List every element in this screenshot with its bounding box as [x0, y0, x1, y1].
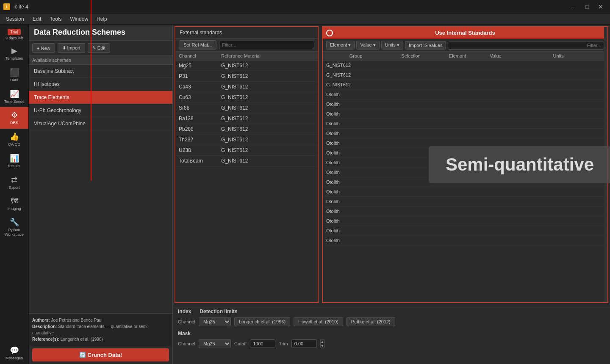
table-row[interactable]: P31G_NIST612 — [175, 71, 318, 82]
table-row[interactable]: Otolith — [323, 119, 607, 129]
sidebar-item-drs[interactable]: ⚙ DRS — [0, 107, 28, 129]
trial-section: Trial 9 days left — [0, 26, 28, 43]
schemes-col-header: Available schemes — [29, 56, 172, 65]
table-row[interactable]: TotalBeamG_NIST612 — [175, 156, 318, 166]
sidebar-item-data[interactable]: ⬛ Data — [0, 64, 28, 86]
table-row[interactable]: Otolith — [323, 138, 607, 148]
python-icon: 🔧 — [10, 218, 19, 227]
group-cell: Otolith — [326, 189, 385, 194]
group-cell: Otolith — [326, 141, 385, 146]
spinner-down-button[interactable]: ▼ — [321, 344, 324, 348]
trim-spinner[interactable]: ▲ ▼ — [320, 339, 324, 348]
table-row[interactable]: Otolith — [323, 148, 607, 158]
table-row[interactable]: Otolith — [323, 99, 607, 109]
authors-label: Authors: — [32, 318, 50, 323]
table-row[interactable]: Otolith — [323, 187, 607, 197]
table-row[interactable]: Pb208G_NIST612 — [175, 124, 318, 135]
group-cell: Otolith — [326, 102, 385, 107]
new-button[interactable]: + New — [32, 43, 55, 53]
trim-input[interactable] — [291, 339, 317, 348]
table-row[interactable]: Mg25G_NIST612 — [175, 61, 318, 71]
menu-item-edit[interactable]: Edit — [28, 15, 46, 23]
group-cell: Otolith — [326, 170, 385, 175]
detection-howell[interactable]: Howell et al. (2010) — [294, 317, 343, 326]
scheme-item-baseline[interactable]: Baseline Subtract — [29, 65, 172, 78]
table-row[interactable]: Ca43G_NIST612 — [175, 82, 318, 92]
table-row[interactable]: Otolith — [323, 129, 607, 138]
table-row[interactable]: Otolith — [323, 168, 607, 177]
menu-item-tools[interactable]: Tools — [45, 15, 66, 23]
table-row[interactable]: Otolith — [323, 236, 607, 245]
ref-cell: G_NIST612 — [221, 73, 314, 79]
sidebar-item-templates[interactable]: ▶ Templates — [0, 43, 28, 64]
ref-cell: G_NIST612 — [221, 105, 314, 111]
spinner-up-button[interactable]: ▲ — [321, 339, 324, 344]
scheme-item-hf[interactable]: Hf Isotopes — [29, 78, 172, 91]
minimize-button[interactable]: ─ — [568, 2, 580, 11]
external-col-header: Channel Reference Material — [175, 52, 318, 61]
detection-longerich[interactable]: Longerich et al. (1996) — [234, 317, 290, 326]
sidebar-item-timeseries[interactable]: 📈 Time Series — [0, 86, 28, 108]
scheme-item-upb[interactable]: U-Pb Geochronology — [29, 104, 172, 117]
sidebar-item-imaging[interactable]: 🗺 Imaging — [0, 193, 28, 215]
sidebar-label-templates: Templates — [6, 56, 23, 61]
scheme-item-trace[interactable]: Trace Elements — [29, 91, 172, 104]
table-row[interactable]: U238G_NIST612 — [175, 145, 318, 156]
external-filter-input[interactable] — [219, 41, 314, 49]
table-row[interactable]: Otolith — [323, 158, 607, 168]
channel-cell: Sr88 — [179, 105, 221, 111]
table-row[interactable]: Cu63G_NIST612 — [175, 92, 318, 103]
drs-icon: ⚙ — [11, 110, 18, 120]
table-row[interactable]: G_NIST612 — [323, 61, 607, 70]
detection-pettke[interactable]: Pettke et al. (2012) — [347, 317, 395, 326]
trial-badge: Trial — [8, 29, 21, 35]
table-row[interactable]: Otolith — [323, 109, 607, 119]
menu-item-window[interactable]: Window — [66, 15, 92, 23]
table-row[interactable]: Otolith — [323, 216, 607, 226]
titlebar: i iolite 4 ─ □ ✕ — [0, 0, 610, 14]
sidebar-item-qaqc[interactable]: 👍 QA/QC — [0, 129, 28, 150]
sidebar-item-export[interactable]: ⇄ Export — [0, 172, 28, 193]
table-row[interactable]: Sr88G_NIST612 — [175, 103, 318, 113]
import-is-values-button[interactable]: Import IS values — [405, 41, 446, 50]
sidebar-label-data: Data — [10, 78, 18, 83]
sidebar-label-timeseries: Time Series — [4, 99, 25, 104]
group-cell: Otolith — [326, 199, 385, 204]
table-row[interactable]: Otolith — [323, 226, 607, 236]
ref-cell: G_NIST612 — [221, 63, 314, 69]
menu-item-help[interactable]: Help — [92, 15, 111, 23]
ref-cell: G_NIST612 — [221, 84, 314, 90]
internal-filter-input[interactable] — [448, 41, 604, 50]
index-channel-select[interactable]: Mg25 — [199, 317, 231, 326]
table-row[interactable]: Otolith — [323, 197, 607, 207]
import-button[interactable]: ⬇ Import — [58, 43, 85, 53]
use-internal-standards-button[interactable]: Use Internal Standards — [323, 27, 607, 39]
bottom-info: Authors: Joe Petrus and Bence Paul Descr… — [29, 313, 172, 346]
sidebar-item-python[interactable]: 🔧 PythonWorkspace — [0, 214, 28, 240]
table-row[interactable]: Otolith — [323, 90, 607, 99]
menu-item-session[interactable]: Session — [2, 15, 28, 23]
mask-channel-select[interactable]: Mg25 — [199, 339, 231, 348]
ref-cell: G_NIST612 — [221, 126, 314, 132]
set-ref-mat-button[interactable]: Set Ref Mat... — [179, 40, 216, 50]
sidebar-item-messages[interactable]: 💬 Messages — [0, 342, 28, 364]
table-row[interactable]: G_NIST612 — [323, 80, 607, 90]
cutoff-label: Cutoff — [234, 341, 247, 346]
value-button[interactable]: Value ▾ — [356, 41, 379, 50]
maximize-button[interactable]: □ — [581, 2, 593, 11]
units-button[interactable]: Units ▾ — [381, 41, 403, 50]
crunch-data-button[interactable]: 🔄 Crunch Data! — [32, 348, 169, 361]
internal-scrollbar[interactable] — [604, 27, 607, 302]
table-row[interactable]: G_NIST612 — [323, 70, 607, 80]
table-row[interactable]: Ba138G_NIST612 — [175, 113, 318, 124]
element-button[interactable]: Element ▾ — [326, 41, 355, 50]
sidebar-item-results[interactable]: 📊 Results — [0, 150, 28, 172]
close-button[interactable]: ✕ — [595, 2, 607, 11]
scheme-item-vizual[interactable]: VizualAge UComPbine — [29, 117, 172, 130]
table-row[interactable]: Otolith — [323, 177, 607, 187]
table-row[interactable]: Otolith — [323, 207, 607, 216]
edit-button[interactable]: ✎ Edit — [88, 43, 110, 53]
internal-table: G_NIST612G_NIST612G_NIST612OtolithOtolit… — [323, 61, 607, 302]
cutoff-input[interactable] — [250, 339, 275, 348]
table-row[interactable]: Th232G_NIST612 — [175, 135, 318, 145]
